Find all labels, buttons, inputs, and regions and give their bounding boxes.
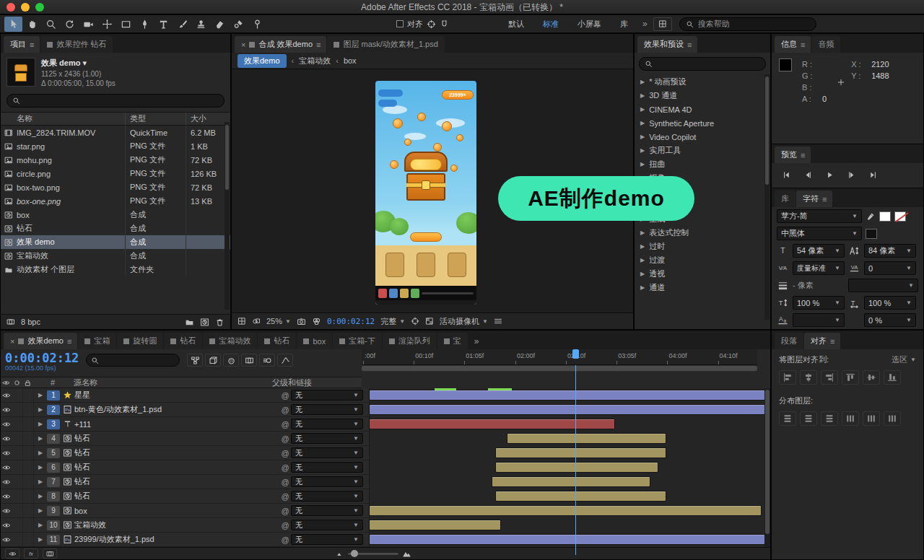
panel-menu-icon[interactable]: ≡ xyxy=(822,195,826,204)
lock-toggle[interactable] xyxy=(23,388,34,402)
layer-track[interactable] xyxy=(369,432,764,446)
layer-name[interactable]: +111 xyxy=(74,420,279,429)
timeline-search-input[interactable] xyxy=(103,355,171,366)
expand-arrow-icon[interactable]: ▶ xyxy=(640,147,645,154)
eyedropper-icon[interactable] xyxy=(866,211,876,222)
in-out-toggle-icon[interactable] xyxy=(43,548,57,559)
play-button[interactable] xyxy=(821,167,838,182)
lock-toggle[interactable] xyxy=(23,432,34,445)
tab-effect-controls[interactable]: 效果控件 钻石 xyxy=(40,36,113,53)
expand-arrow-icon[interactable]: ▶ xyxy=(34,522,47,528)
channels-icon[interactable] xyxy=(312,317,321,326)
parent-link-select[interactable]: 无▼ xyxy=(291,390,363,401)
layer-duration-bar[interactable] xyxy=(370,520,500,530)
timeline-tab-8[interactable]: 渲染队列 xyxy=(383,333,437,349)
solo-toggle[interactable] xyxy=(12,388,23,402)
layer-name[interactable]: 宝箱动效 xyxy=(74,520,279,530)
zoom-out-mountain-icon[interactable] xyxy=(336,549,344,558)
bit-depth-label[interactable]: 8 bpc xyxy=(21,318,40,326)
tab-character[interactable]: 字符 ≡ xyxy=(796,191,832,207)
timeline-tab-2[interactable]: 旋转圆 xyxy=(117,333,163,349)
font-size-select[interactable]: 54 像素▼ xyxy=(793,244,845,258)
pickwhip-icon[interactable]: @ xyxy=(279,406,291,414)
baseline-value-select[interactable]: 0 %▼ xyxy=(864,313,916,327)
effects-category[interactable]: ▶CINEMA 4D xyxy=(635,102,770,116)
last-frame-button[interactable] xyxy=(864,167,881,182)
dist-top-button[interactable] xyxy=(779,411,796,426)
tool-roto-brush[interactable] xyxy=(230,17,248,32)
stroke-style-select[interactable]: ▼ xyxy=(848,279,918,292)
mini-flowchart-icon[interactable] xyxy=(187,354,203,367)
parent-link-select[interactable]: 无▼ xyxy=(291,520,363,530)
effects-category[interactable]: ▶3D 通道 xyxy=(635,89,770,102)
layer-name[interactable]: 星星 xyxy=(74,390,279,401)
layer-name[interactable]: 钻石 xyxy=(74,476,279,487)
layer-track[interactable] xyxy=(369,403,764,417)
dist-right-button[interactable] xyxy=(884,411,901,426)
pickwhip-icon[interactable]: @ xyxy=(279,535,291,544)
baseline-shift-select[interactable]: ▼ xyxy=(793,313,845,327)
effects-category[interactable]: ▶通道 xyxy=(635,281,770,294)
region-of-interest-icon[interactable] xyxy=(411,317,419,325)
eye-icon[interactable] xyxy=(1,434,12,443)
grid-options-icon[interactable] xyxy=(237,317,246,325)
layer-name[interactable]: 钻石 xyxy=(74,447,279,458)
effects-search-input[interactable] xyxy=(657,58,751,69)
layer-duration-bar[interactable] xyxy=(496,491,666,501)
layer-duration-bar[interactable] xyxy=(370,535,764,544)
timeline-tab-3[interactable]: 钻石 xyxy=(164,333,202,349)
transparency-grid-icon[interactable] xyxy=(425,317,434,325)
dist-bottom-button[interactable] xyxy=(821,411,838,426)
solo-toggle[interactable] xyxy=(12,533,23,546)
effects-category[interactable]: ▶透视 xyxy=(635,267,770,281)
playhead-handle[interactable] xyxy=(572,349,579,359)
time-ruler[interactable]: :00f00:10f01:05f02:00f02:10f03:05f04:00f… xyxy=(362,349,757,365)
project-item[interactable]: box-two.pngPNG 文件72 KB xyxy=(1,180,230,194)
effects-category[interactable]: ▶Synthetic Aperture xyxy=(635,116,770,130)
workspace-默认[interactable]: 默认 xyxy=(500,17,533,31)
expand-arrow-icon[interactable]: ▶ xyxy=(34,421,47,427)
parent-link-select[interactable]: 无▼ xyxy=(291,534,363,545)
solo-toggle[interactable] xyxy=(12,403,23,416)
parent-link-select[interactable]: 无▼ xyxy=(291,476,363,487)
solo-toggle[interactable] xyxy=(12,446,23,460)
pickwhip-icon[interactable]: @ xyxy=(279,449,291,458)
parent-link-select[interactable]: 无▼ xyxy=(291,404,363,415)
project-item[interactable]: circle.pngPNG 文件126 KB xyxy=(1,167,230,180)
layer-duration-bar[interactable] xyxy=(492,477,650,486)
draft-3d-icon[interactable] xyxy=(205,354,221,367)
column-type[interactable]: 类型 xyxy=(125,113,186,125)
dist-left-button[interactable] xyxy=(842,411,859,426)
timeline-tab-1[interactable]: 宝箱 xyxy=(78,333,116,349)
expand-arrow-icon[interactable]: ▶ xyxy=(640,106,645,113)
layer-track[interactable] xyxy=(369,489,764,504)
expand-arrow-icon[interactable]: ▶ xyxy=(34,435,47,442)
close-tab-icon[interactable]: × xyxy=(241,40,245,49)
layer-row[interactable]: ▶7钻石@无▼ xyxy=(1,475,764,489)
breadcrumb-item[interactable]: box xyxy=(344,56,357,65)
expand-arrow-icon[interactable]: ▶ xyxy=(640,243,645,250)
layer-duration-bar[interactable] xyxy=(496,448,666,458)
transfer-controls-toggle-icon[interactable]: fx xyxy=(24,548,38,559)
eye-icon[interactable] xyxy=(1,478,12,486)
timeline-tab-9[interactable]: 宝 xyxy=(437,333,468,349)
expand-arrow-icon[interactable]: ▶ xyxy=(640,161,645,167)
timeline-tab-6[interactable]: box xyxy=(297,333,332,349)
current-time-display[interactable]: 0:00:02:12 xyxy=(5,351,79,364)
effects-category[interactable]: ▶Video Copilot xyxy=(635,130,770,144)
timeline-tab-7[interactable]: 宝箱-下 xyxy=(333,333,382,349)
timeline-tab-0[interactable]: ×效果demo≡ xyxy=(4,333,77,349)
layer-row[interactable]: ▶3+111@无▼ xyxy=(1,417,764,432)
dist-h-center-button[interactable] xyxy=(863,411,880,426)
snap-options-icon[interactable] xyxy=(427,19,436,29)
column-size[interactable]: 大小 xyxy=(186,113,230,125)
pickwhip-icon[interactable]: @ xyxy=(279,391,291,400)
layer-duration-bar[interactable] xyxy=(370,506,761,515)
expand-arrow-icon[interactable]: ▶ xyxy=(34,406,47,413)
pickwhip-icon[interactable]: @ xyxy=(279,507,291,515)
solo-toggle[interactable] xyxy=(12,518,23,532)
layer-row[interactable]: ▶10宝箱动效@无▼ xyxy=(1,518,764,533)
expand-arrow-icon[interactable]: ▶ xyxy=(640,271,645,277)
align-v-center-button[interactable] xyxy=(863,370,880,385)
zoom-slider[interactable] xyxy=(348,553,398,555)
